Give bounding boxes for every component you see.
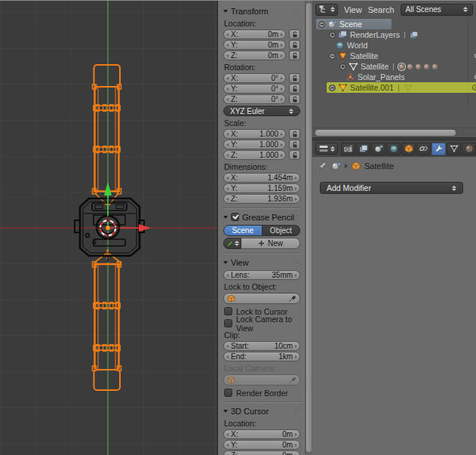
local-camera-field[interactable] [223,374,300,386]
scale-y-field[interactable]: Y:1.000 [223,140,286,149]
lock-button[interactable] [289,129,300,139]
grease-scene-tab[interactable]: Scene [223,225,263,236]
scene-icon [327,20,337,29]
3d-cursor-panel-header[interactable]: 3D Cursor [223,406,300,416]
scene-mini-icon[interactable] [331,161,341,171]
location-y-field[interactable]: Y:0m [223,40,286,50]
scale-z-field[interactable]: Z:1.000 [223,150,286,160]
outliner-row-satellite-mesh[interactable]: Satellite [337,61,476,72]
cursor-x-field[interactable]: X:0m [223,429,300,439]
grease-new-button[interactable]: New [241,238,300,249]
breadcrumb-object-name[interactable]: Satellite [364,161,394,171]
tab-object[interactable] [401,143,416,155]
collapse-toggle-icon[interactable] [318,21,325,28]
dimensions-y-field[interactable]: Y:1.159m [223,183,300,193]
lens-field[interactable]: Lens:35mm [223,270,300,280]
lock-button[interactable] [289,84,300,94]
rotation-mode-dropdown[interactable]: XYZ Euler [223,106,300,116]
editor-type-button[interactable] [315,4,338,16]
tab-render[interactable] [341,143,355,155]
outliner-row-world[interactable]: World [333,40,476,51]
lock-button[interactable] [289,94,300,104]
lock-button[interactable] [289,51,300,60]
expand-toggle-icon[interactable] [339,63,346,70]
material-sphere-icon[interactable] [407,63,413,70]
outliner-search-menu[interactable]: Search [368,5,395,14]
separator [393,63,394,70]
eyedropper-icon[interactable] [288,292,296,306]
location-x-field[interactable]: X:0m [223,29,286,39]
satellite-body[interactable] [75,198,144,262]
outliner-row-renderlayers[interactable]: RenderLayers [327,29,476,40]
dimensions-x-field[interactable]: X:1.454m [223,173,300,183]
tab-render-layers[interactable] [356,143,370,155]
add-modifier-dropdown[interactable]: Add Modifier [320,182,463,194]
rotation-y-field[interactable]: Y:0° [223,84,286,94]
clip-end-field[interactable]: End:1km [223,352,300,361]
outliner-row-solar-panels[interactable]: Solar_Panels [343,72,476,82]
tab-modifiers[interactable] [431,143,446,155]
tab-world[interactable] [386,143,401,155]
collapse-toggle-icon[interactable] [329,53,336,60]
view-panel-header[interactable]: View [223,257,300,267]
panel-drag-dots[interactable] [293,214,300,220]
scenes-filter-dropdown[interactable]: All Scenes [401,4,473,16]
visibility-eye-icon[interactable] [471,83,476,92]
lock-button[interactable] [289,29,300,39]
outliner-row-satellite[interactable]: Satellite [327,51,476,61]
lock-to-cursor-checkbox[interactable] [224,307,232,315]
panel-separator [223,401,300,403]
scale-x-field[interactable]: X:1.000 [223,129,286,139]
tab-scene[interactable] [371,143,385,155]
solar-panel-top[interactable] [93,65,121,205]
tab-material[interactable] [462,143,476,155]
rotation-z-field[interactable]: Z:0° [223,94,286,104]
outliner-hscrollbar[interactable] [312,128,476,137]
panel-drag-dots[interactable] [293,408,300,413]
pin-icon[interactable] [318,161,327,171]
separator [404,32,405,38]
panel-drag-dots[interactable] [293,260,300,265]
collapse-toggle-icon[interactable] [329,85,336,91]
outliner-row-scene[interactable]: Scene [316,19,392,29]
lock-to-object-field[interactable] [223,293,300,304]
scrollbar-thumb[interactable] [315,130,456,136]
scrollbar-thumb[interactable] [306,3,312,452]
3d-viewport[interactable] [0,1,217,455]
panel-drag-dots[interactable] [293,8,300,14]
material-sphere-icon[interactable] [423,63,430,70]
sidebar-scrollbar[interactable] [305,1,312,455]
grease-object-tab[interactable]: Object [263,225,301,236]
manipulator-green-arrow[interactable] [104,182,112,195]
wrench-icon [435,144,444,153]
material-sphere-icon[interactable] [431,63,438,70]
lock-button[interactable] [289,73,300,83]
lock-button[interactable] [289,140,300,149]
editor-type-button[interactable] [315,143,338,155]
viewport-canvas [0,1,217,455]
lock-button[interactable] [289,150,300,160]
material-sphere-icon[interactable] [415,63,422,70]
outliner-row-satellite-001[interactable]: Satellite.001 [327,82,476,93]
expand-toggle-icon[interactable] [329,32,336,38]
outliner-view-menu[interactable]: View [344,5,362,14]
eyedropper-icon[interactable] [288,374,296,387]
grease-pencil-tool-button[interactable] [223,238,241,249]
local-camera-label: Local Camera: [224,364,300,373]
cursor-z-field[interactable]: Z:0m [223,450,300,455]
dimensions-z-field[interactable]: Z:1.936m [223,194,300,204]
lock-camera-checkbox[interactable] [224,319,232,327]
clip-start-field[interactable]: Start:10cm [223,341,300,351]
tab-constraints[interactable] [416,143,431,155]
render-border-checkbox[interactable] [224,389,232,397]
grease-pencil-checkbox[interactable] [231,213,239,221]
grease-pencil-panel-header[interactable]: Grease Pencil [223,212,300,222]
rotation-x-field[interactable]: X:0° [223,73,286,83]
cursor-y-field[interactable]: Y:0m [223,440,300,450]
location-z-field[interactable]: Z:0m [223,51,286,60]
tab-object-data[interactable] [447,143,461,155]
solar-panel-bottom[interactable] [93,250,121,390]
material-sphere-icon[interactable] [398,63,405,70]
lock-button[interactable] [289,40,300,50]
transform-panel-header[interactable]: Transform [223,6,300,16]
